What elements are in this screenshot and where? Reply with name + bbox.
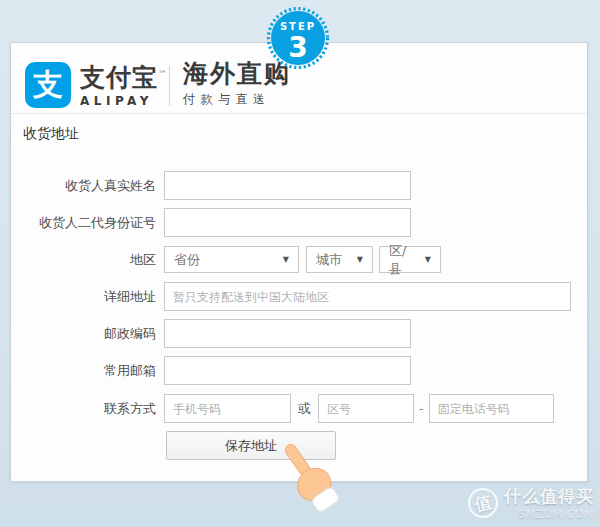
region-label: 地区 bbox=[11, 251, 156, 269]
city-select-value: 城市 bbox=[316, 251, 342, 269]
brand-name: 支付宝™ bbox=[80, 64, 168, 92]
watermark-site-domain: SMZDM.COM bbox=[504, 508, 594, 521]
address-input[interactable] bbox=[164, 282, 571, 311]
watermark: 值 什么值得买 SMZDM.COM bbox=[468, 485, 594, 521]
row-email: 常用邮箱 bbox=[11, 356, 587, 385]
trademark-symbol: ™ bbox=[158, 69, 168, 79]
province-select-value: 省份 bbox=[174, 251, 200, 269]
brand-latin: ALIPAY bbox=[80, 94, 168, 108]
service-tagline: 付款与直送 bbox=[183, 91, 291, 108]
step-badge-number: 3 bbox=[288, 31, 307, 64]
address-form-card: 支 支付宝™ ALIPAY 海外直购 付款与直送 收货地址 收货人真实姓名 收货… bbox=[10, 42, 588, 482]
city-select[interactable]: 城市 ▼ bbox=[306, 246, 373, 273]
smzdm-logo-icon: 值 bbox=[465, 485, 501, 521]
contact-label: 联系方式 bbox=[11, 400, 156, 418]
landline-number-input[interactable] bbox=[429, 394, 554, 423]
watermark-site-name: 什么值得买 bbox=[504, 485, 594, 508]
row-contact: 联系方式 或 - bbox=[11, 394, 587, 423]
postcode-input[interactable] bbox=[164, 319, 411, 348]
row-id-number: 收货人二代身份证号 bbox=[11, 208, 587, 237]
or-text: 或 bbox=[298, 400, 311, 418]
header-vertical-divider bbox=[169, 66, 170, 106]
id-number-input[interactable] bbox=[164, 208, 411, 237]
phone-separator: - bbox=[419, 401, 424, 416]
row-recipient-name: 收货人真实姓名 bbox=[11, 171, 587, 200]
section-title: 收货地址 bbox=[23, 125, 79, 143]
row-region: 地区 省份 ▼ 城市 ▼ 区/县 ▼ bbox=[11, 246, 587, 273]
chevron-down-icon: ▼ bbox=[283, 255, 289, 264]
province-select[interactable]: 省份 ▼ bbox=[164, 246, 299, 273]
chevron-down-icon: ▼ bbox=[357, 255, 363, 264]
area-code-input[interactable] bbox=[318, 394, 414, 423]
brand-block: 支付宝™ ALIPAY bbox=[80, 64, 168, 108]
header-divider bbox=[11, 113, 587, 114]
row-address: 详细地址 bbox=[11, 282, 587, 311]
page: STEP 3 支 支付宝™ ALIPAY 海外直购 付款与直送 收货地址 收货人… bbox=[0, 0, 600, 527]
alipay-logo-icon: 支 bbox=[25, 62, 71, 108]
save-address-button[interactable]: 保存地址 bbox=[166, 431, 336, 460]
district-select-value: 区/县 bbox=[389, 242, 419, 278]
recipient-name-input[interactable] bbox=[164, 171, 411, 200]
chevron-down-icon: ▼ bbox=[425, 255, 431, 264]
row-postcode: 邮政编码 bbox=[11, 319, 587, 348]
district-select[interactable]: 区/县 ▼ bbox=[379, 246, 441, 273]
postcode-label: 邮政编码 bbox=[11, 325, 156, 343]
alipay-logo-glyph: 支 bbox=[33, 65, 63, 106]
step-3-badge-icon: STEP 3 bbox=[265, 5, 331, 71]
email-input[interactable] bbox=[164, 356, 411, 385]
mobile-number-input[interactable] bbox=[164, 394, 291, 423]
address-label: 详细地址 bbox=[11, 288, 156, 306]
recipient-name-label: 收货人真实姓名 bbox=[11, 177, 156, 195]
watermark-text: 什么值得买 SMZDM.COM bbox=[504, 485, 594, 521]
id-number-label: 收货人二代身份证号 bbox=[11, 214, 156, 232]
email-label: 常用邮箱 bbox=[11, 362, 156, 380]
